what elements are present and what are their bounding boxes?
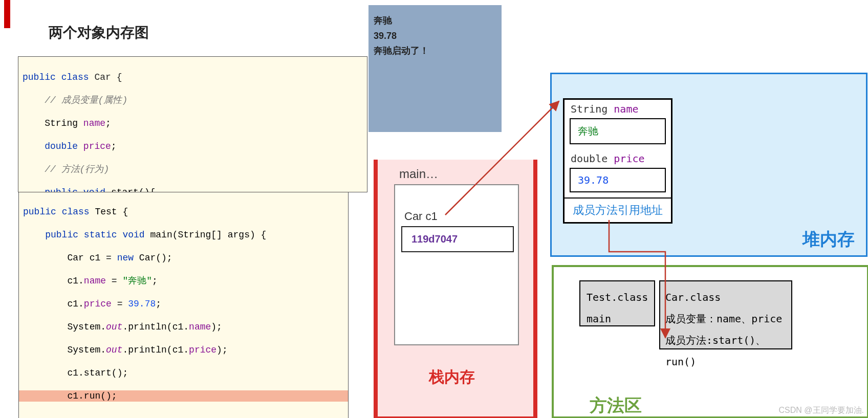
console-line: 39.78 bbox=[374, 29, 496, 44]
console-line: 奔驰启动了！ bbox=[374, 43, 496, 59]
code-block-car-class: public class Car { // 成员变量(属性) String na… bbox=[18, 56, 367, 192]
method-area-car-class: Car.class 成员变量：name、price 成员方法:start()、r… bbox=[659, 280, 792, 349]
page-title: 两个对象内存图 bbox=[49, 23, 149, 42]
code-block-test-class: public class Test { public static void m… bbox=[18, 192, 349, 418]
left-red-accent bbox=[4, 0, 10, 28]
method-area-title: 方法区 bbox=[590, 394, 642, 417]
stack-frame-main: Car c1 119d7047 bbox=[394, 184, 519, 345]
stack-frame-title: main… bbox=[399, 167, 438, 181]
method-area-test-class: Test.class main bbox=[579, 280, 655, 326]
heap-method-ref-label: 成员方法引用地址 bbox=[565, 197, 671, 222]
console-output: 奔驰 39.78 奔驰启动了！ bbox=[368, 5, 502, 132]
heap-field-name-value: 奔驰 bbox=[570, 118, 666, 144]
watermark: CSDN @王同学要加油. bbox=[779, 405, 864, 416]
stack-var-label: Car c1 bbox=[404, 210, 512, 223]
console-line: 奔驰 bbox=[374, 13, 496, 29]
stack-var-address: 119d7047 bbox=[401, 226, 514, 252]
heap-title: 堆内存 bbox=[802, 228, 855, 251]
stack-title: 栈内存 bbox=[429, 367, 475, 388]
heap-object-car: String name 奔驰 double price 39.78 成员方法引用… bbox=[563, 98, 672, 224]
heap-field-price-value: 39.78 bbox=[570, 168, 666, 192]
